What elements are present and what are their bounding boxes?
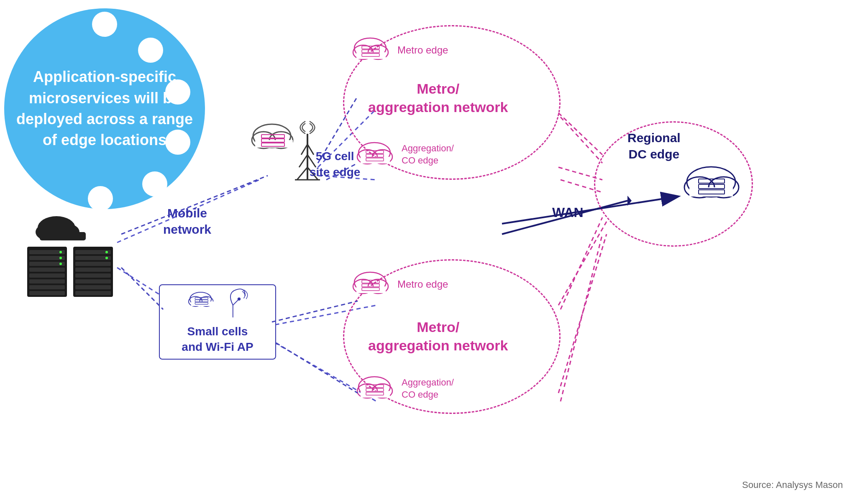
svg-rect-76 — [366, 154, 384, 157]
regional-dc-icon — [682, 163, 749, 219]
server-rack-container — [27, 213, 123, 301]
svg-rect-90 — [366, 388, 384, 391]
small-circle-6 — [88, 186, 113, 211]
small-circle-1 — [92, 12, 117, 37]
svg-line-47 — [301, 144, 307, 155]
wan-label: WAN — [552, 205, 584, 220]
svg-point-27 — [59, 263, 62, 265]
metro-edge-top: Metro edge — [351, 33, 448, 67]
metro-bottom-label: Metro/aggregation network — [368, 318, 508, 355]
svg-rect-20 — [29, 268, 65, 272]
regional-dc-label: RegionalDC edge — [627, 130, 681, 162]
agg-co-bottom: Aggregation/CO edge — [356, 372, 454, 406]
svg-point-25 — [59, 251, 62, 253]
source-label: Source: Analysys Mason — [742, 480, 843, 490]
svg-line-51 — [297, 167, 307, 180]
cell-site-label: 5G cellsite edge — [310, 148, 360, 180]
svg-rect-36 — [75, 291, 111, 295]
metro-edge-bottom-label: Metro edge — [397, 278, 448, 290]
metro-edge-top-label: Metro edge — [397, 44, 448, 56]
svg-rect-32 — [75, 268, 111, 272]
svg-rect-83 — [362, 284, 379, 287]
svg-point-38 — [105, 257, 108, 259]
svg-line-49 — [299, 155, 307, 167]
small-circle-5 — [142, 171, 167, 197]
svg-rect-34 — [75, 279, 111, 283]
small-cells-label: Small cellsand Wi-Fi AP — [182, 324, 253, 355]
svg-rect-15 — [40, 232, 86, 240]
svg-rect-57 — [191, 301, 214, 306]
agg-co-top: Aggregation/CO edge — [356, 138, 454, 171]
svg-rect-23 — [29, 285, 65, 289]
small-cells-box: Small cellsand Wi-Fi AP — [159, 284, 276, 360]
main-blue-circle: Application-specific microservices will … — [4, 8, 205, 209]
svg-rect-31 — [75, 262, 111, 266]
svg-line-8 — [561, 217, 602, 309]
agg-co-bottom-label: Aggregation/CO edge — [402, 377, 454, 401]
small-circle-4 — [165, 130, 190, 155]
svg-rect-69 — [362, 50, 379, 53]
diagram-container: Application-specific microservices will … — [0, 0, 868, 503]
svg-point-26 — [59, 257, 62, 259]
svg-rect-22 — [29, 279, 65, 283]
mobile-network-label: Mobilenetwork — [163, 205, 211, 237]
agg-co-top-label: Aggregation/CO edge — [402, 143, 454, 166]
svg-rect-21 — [29, 273, 65, 278]
small-circle-3 — [165, 79, 190, 105]
metro-edge-bottom: Metro edge — [351, 268, 448, 301]
svg-rect-33 — [75, 273, 111, 278]
svg-point-62 — [238, 297, 241, 300]
svg-line-6 — [561, 117, 602, 163]
svg-rect-35 — [75, 285, 111, 289]
metro-top-label: Metro/aggregation network — [368, 79, 508, 116]
small-circle-2 — [138, 38, 163, 63]
svg-point-37 — [105, 251, 108, 253]
svg-rect-24 — [29, 291, 65, 295]
svg-line-9 — [561, 234, 602, 401]
server-rack-svg — [27, 213, 123, 301]
